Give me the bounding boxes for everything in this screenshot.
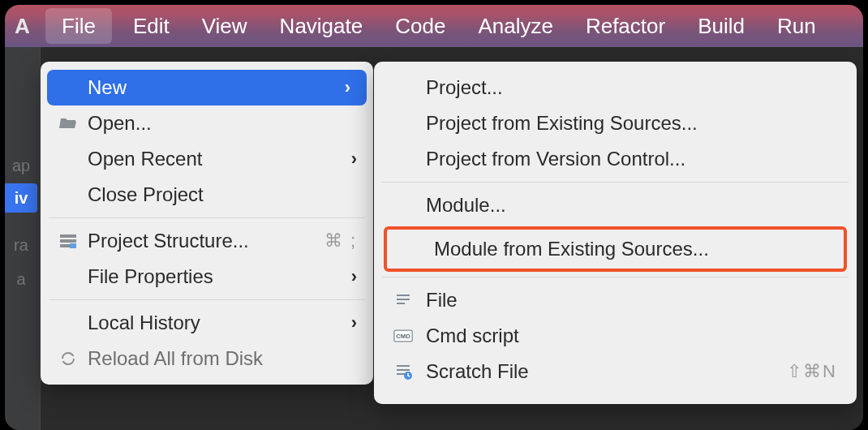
menu-item-label: Project Structure... (88, 230, 324, 252)
scratch-file-icon (393, 362, 426, 381)
menu-item-label: Project... (426, 76, 837, 99)
menu-item-label: Local History (88, 312, 351, 334)
menu-item-label: File (426, 289, 837, 312)
new-file[interactable]: File (374, 282, 857, 318)
menu-separator (382, 182, 849, 183)
new-submenu: Project... Project from Existing Sources… (374, 62, 857, 404)
new-project[interactable]: Project... (374, 70, 857, 105)
menu-separator (49, 299, 365, 300)
callout-highlight: Module from Existing Sources... (384, 226, 847, 272)
menu-navigate[interactable]: Navigate (264, 5, 380, 47)
menu-item-label: Cmd script (426, 325, 837, 347)
menu-item-label: Project from Version Control... (426, 148, 837, 170)
new-module[interactable]: Module... (374, 187, 857, 223)
menu-item-label: Project from Existing Sources... (426, 112, 837, 135)
menu-item-shortcut: ⌘ ; (324, 230, 357, 252)
menu-item-label: Close Project (88, 183, 357, 206)
file-menu-dropdown: New › Open... Open Recent › Close Projec… (41, 62, 373, 385)
menu-item-label: File Properties (88, 265, 351, 288)
new-project-vcs[interactable]: Project from Version Control... (374, 141, 857, 177)
file-menu-open[interactable]: Open... (41, 105, 373, 141)
chevron-right-icon: › (345, 77, 350, 98)
menu-view[interactable]: View (186, 5, 264, 47)
chevron-right-icon: › (351, 312, 357, 333)
menu-item-label: Scratch File (426, 360, 787, 383)
menu-item-label: Module... (426, 194, 837, 217)
tool-window-strip: ap iv ra a (5, 47, 41, 430)
file-menu-project-structure[interactable]: Project Structure... ⌘ ; (41, 223, 373, 259)
menubar: A File Edit View Navigate Code Analyze R… (5, 5, 863, 47)
toolwindow-chip[interactable]: a (5, 264, 37, 294)
file-menu-close-project[interactable]: Close Project (41, 177, 373, 213)
menu-item-label: Open Recent (88, 148, 351, 170)
svg-text:CMD: CMD (396, 333, 410, 340)
svg-rect-0 (70, 243, 76, 248)
editor-area: ap iv ra a New › Open... Open Recent › (5, 47, 863, 430)
menu-separator (49, 217, 365, 218)
menu-run[interactable]: Run (761, 5, 824, 47)
toolwindow-chip[interactable]: ap (5, 151, 37, 180)
chevron-right-icon: › (351, 148, 357, 170)
new-module-existing[interactable]: Module from Existing Sources... (387, 230, 844, 269)
menu-separator (382, 277, 849, 277)
file-menu-open-recent[interactable]: Open Recent › (41, 141, 373, 177)
menu-item-label: Open... (88, 112, 357, 135)
menu-item-label: Module from Existing Sources... (434, 238, 829, 260)
project-structure-icon (58, 231, 88, 251)
menu-item-label: Reload All from Disk (88, 347, 357, 370)
menu-refactor[interactable]: Refactor (569, 5, 681, 47)
file-icon (393, 290, 426, 310)
new-scratch-file[interactable]: Scratch File ⇧⌘N (374, 354, 857, 389)
new-cmd-script[interactable]: CMD Cmd script (374, 318, 857, 354)
cmd-icon: CMD (393, 326, 426, 346)
menu-edit[interactable]: Edit (117, 5, 186, 47)
menu-item-shortcut: ⇧⌘N (787, 361, 837, 382)
toolwindow-chip-active[interactable]: iv (5, 183, 37, 213)
file-menu-local-history[interactable]: Local History › (41, 305, 373, 341)
new-project-existing[interactable]: Project from Existing Sources... (374, 105, 857, 141)
toolwindow-chip[interactable]: ra (5, 230, 37, 260)
app-logo: A (11, 5, 41, 47)
menu-analyze[interactable]: Analyze (462, 5, 569, 47)
chevron-right-icon: › (351, 266, 357, 287)
app-window: A File Edit View Navigate Code Analyze R… (5, 5, 863, 430)
file-menu-file-properties[interactable]: File Properties › (41, 259, 373, 295)
reload-icon (58, 349, 88, 368)
menu-build[interactable]: Build (681, 5, 761, 47)
menu-code[interactable]: Code (379, 5, 462, 47)
file-menu-new[interactable]: New › (47, 70, 367, 105)
menu-item-label: New (88, 76, 345, 99)
folder-open-icon (58, 114, 88, 133)
menu-file[interactable]: File (45, 8, 112, 44)
file-menu-reload-disk[interactable]: Reload All from Disk (41, 341, 373, 376)
